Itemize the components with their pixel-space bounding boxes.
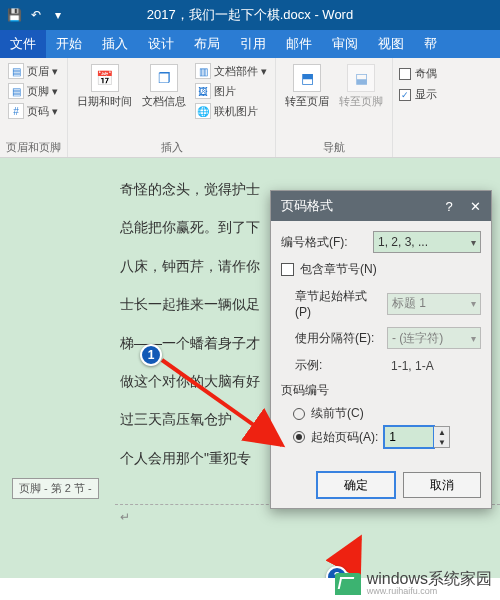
ribbon-group-headerfooter: ▤页眉▾ ▤页脚▾ #页码▾ 页眉和页脚 [0,58,68,157]
radio-icon [293,431,305,443]
doc-text-line: 八床，钟西芹，请作你 [4,255,284,277]
onlinepic-icon: 🌐 [195,103,211,119]
quickparts-button[interactable]: ▥文档部件▾ [193,62,269,80]
start-at-radio[interactable]: 起始页码(A): ▲▼ [293,426,481,448]
tab-design[interactable]: 设计 [138,30,184,58]
tab-review[interactable]: 审阅 [322,30,368,58]
onlinepicture-button[interactable]: 🌐联机图片 [193,102,269,120]
page-number-format-dialog: 页码格式 ? ✕ 编号格式(F): 1, 2, 3, ...▾ 包含章节号(N)… [270,190,492,509]
undo-icon[interactable]: ↶ [28,7,44,23]
chevron-down-icon: ▾ [471,298,476,309]
start-at-input[interactable] [384,426,434,448]
watermark: windows系统家园 www.ruihaifu.com [335,571,492,596]
ok-button[interactable]: 确定 [317,472,395,498]
ribbon-group-options: 奇偶 ✓显示 [393,58,443,157]
picture-icon: 🖼 [195,83,211,99]
include-chapter-label: 包含章节号(N) [300,261,377,278]
ribbon-group-nav: ⬒转至页眉 ⬓转至页脚 导航 [276,58,393,157]
separator-label: 使用分隔符(E): [295,330,381,347]
ribbon-group-insert: 📅日期和时间 ❐文档信息 ▥文档部件▾ 🖼图片 🌐联机图片 插入 [68,58,276,157]
footer-button[interactable]: ▤页脚▾ [6,82,60,100]
gotoheader-button[interactable]: ⬒转至页眉 [282,62,332,111]
checkbox-icon [399,68,411,80]
dialog-title-text: 页码格式 [281,197,333,215]
tab-file[interactable]: 文件 [0,30,46,58]
cancel-button[interactable]: 取消 [403,472,481,498]
example-label: 示例: [295,357,381,374]
chevron-down-icon: ▾ [471,237,476,248]
tab-layout[interactable]: 布局 [184,30,230,58]
dialog-titlebar[interactable]: 页码格式 ? ✕ [271,191,491,221]
continue-prev-radio[interactable]: 续前节(C) [293,405,481,422]
titlebar: 💾 ↶ ▾ 2017，我们一起下个棋.docx - Word [0,0,500,30]
quickaccess-chevron-icon[interactable]: ▾ [50,7,66,23]
spinner-up-icon[interactable]: ▲ [434,427,449,437]
ribbon: ▤页眉▾ ▤页脚▾ #页码▾ 页眉和页脚 📅日期和时间 ❐文档信息 ▥文档部件▾… [0,58,500,158]
gotofooter-icon: ⬓ [347,64,375,92]
calendar-icon: 📅 [91,64,119,92]
ribbon-group-label: 插入 [74,140,269,155]
picture-button[interactable]: 🖼图片 [193,82,269,100]
parts-icon: ▥ [195,63,211,79]
doc-text-line: 个人会用那个"重犯专 [4,447,284,469]
spinner-down-icon[interactable]: ▼ [434,437,449,447]
example-value: 1-1, 1-A [387,359,481,373]
doc-text-line: 做这个对你的大脑有好 [4,370,284,392]
tab-mailings[interactable]: 邮件 [276,30,322,58]
doc-text-line: 士长一起推来一辆似足 [4,293,284,315]
chevron-down-icon: ▾ [471,333,476,344]
docinfo-icon: ❐ [150,64,178,92]
pagenumber-icon: # [8,103,24,119]
footer-section-marker: 页脚 - 第 2 节 - [12,478,99,499]
paragraph-mark-icon: ↵ [120,510,130,524]
start-at-spinner[interactable]: ▲▼ [384,426,450,448]
pagenumber-section-label: 页码编号 [281,382,481,399]
checkbox-icon [281,263,294,276]
tab-help[interactable]: 帮 [414,30,447,58]
document-page: 奇怪的念头，觉得护士 总能把你赢死。到了下 八床，钟西芹，请作你 士长一起推来一… [4,178,284,578]
save-icon[interactable]: 💾 [6,7,22,23]
chevron-down-icon: ▾ [52,65,58,78]
window-title: 2017，我们一起下个棋.docx - Word [147,6,353,24]
chevron-down-icon: ▾ [261,65,267,78]
header-icon: ▤ [8,63,24,79]
gotoheader-icon: ⬒ [293,64,321,92]
footer-icon: ▤ [8,83,24,99]
annotation-badge-1: 1 [140,344,162,366]
tab-references[interactable]: 引用 [230,30,276,58]
showdoc-checkbox[interactable]: ✓显示 [399,87,437,102]
gotofooter-button[interactable]: ⬓转至页脚 [336,62,386,111]
close-icon[interactable]: ✕ [465,196,485,216]
ribbon-group-label: 导航 [282,140,386,155]
tab-insert[interactable]: 插入 [92,30,138,58]
separator-dropdown[interactable]: - (连字符)▾ [387,327,481,349]
oddeven-checkbox[interactable]: 奇偶 [399,66,437,81]
docinfo-button[interactable]: ❐文档信息 [139,62,189,111]
help-icon[interactable]: ? [439,196,459,216]
checkbox-icon: ✓ [399,89,411,101]
datetime-button[interactable]: 📅日期和时间 [74,62,135,111]
pagenumber-button[interactable]: #页码▾ [6,102,60,120]
radio-icon [293,408,305,420]
watermark-text: windows系统家园 [367,571,492,587]
chapter-start-dropdown[interactable]: 标题 1▾ [387,293,481,315]
tab-home[interactable]: 开始 [46,30,92,58]
header-button[interactable]: ▤页眉▾ [6,62,60,80]
tab-view[interactable]: 视图 [368,30,414,58]
watermark-url: www.ruihaifu.com [367,587,492,596]
number-format-dropdown[interactable]: 1, 2, 3, ...▾ [373,231,481,253]
doc-text-line: 过三天高压氧仓护 [4,408,284,430]
chevron-down-icon: ▾ [52,85,58,98]
doc-text-line: 总能把你赢死。到了下 [4,216,284,238]
ribbon-group-label: 页眉和页脚 [6,140,61,155]
chevron-down-icon: ▾ [52,105,58,118]
chapter-start-label: 章节起始样式(P) [295,288,381,319]
include-chapter-checkbox[interactable]: 包含章节号(N) [281,261,481,278]
watermark-logo-icon [335,573,361,595]
ribbon-tabs: 文件 开始 插入 设计 布局 引用 邮件 审阅 视图 帮 [0,30,500,58]
number-format-label: 编号格式(F): [281,234,367,251]
doc-text-line: 奇怪的念头，觉得护士 [4,178,284,200]
